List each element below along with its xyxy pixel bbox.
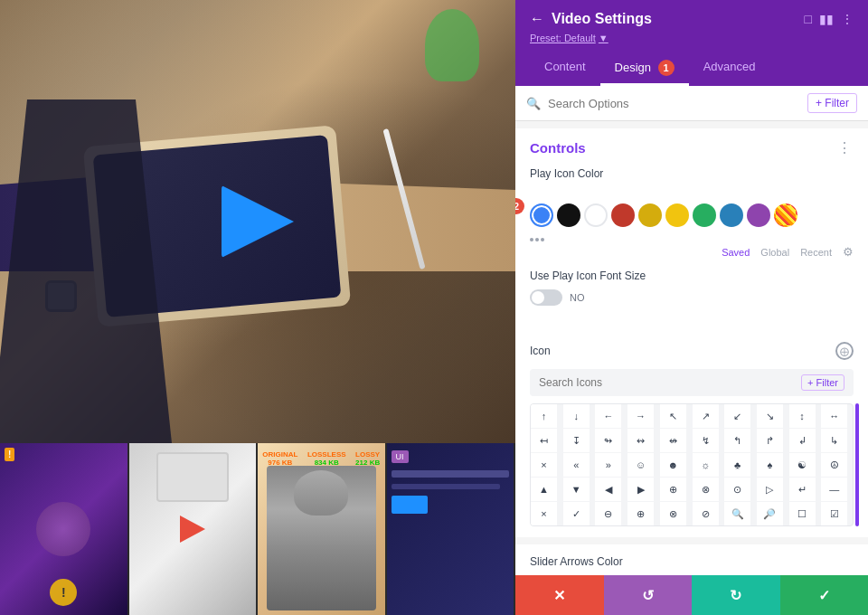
icon-u9[interactable]: ☐ (789, 502, 816, 525)
icon-u5[interactable]: ⊗ (660, 502, 687, 525)
icon-t6[interactable]: ⊗ (693, 478, 720, 501)
icon-u10[interactable]: ☑ (821, 502, 848, 525)
icon-r7[interactable]: ↰ (724, 429, 751, 452)
icon-t2[interactable]: ▼ (563, 478, 590, 501)
badge-2: 2 (515, 198, 524, 214)
thumbnail-2[interactable] (129, 443, 259, 615)
color-blue[interactable] (530, 203, 553, 227)
recent-label[interactable]: Recent (800, 247, 832, 258)
icon-r6[interactable]: ↯ (693, 429, 720, 452)
icon-t4[interactable]: ▶ (627, 478, 655, 501)
tab-content[interactable]: Content (530, 52, 600, 86)
icon-s6[interactable]: ☼ (693, 453, 720, 477)
color-white[interactable] (584, 203, 608, 227)
tab-design[interactable]: Design 1 (600, 52, 689, 86)
color-red[interactable] (611, 203, 635, 227)
icon-t8[interactable]: ▷ (757, 478, 784, 501)
icon-r9[interactable]: ↲ (789, 429, 816, 452)
icon-search-input[interactable] (539, 376, 794, 389)
panel-body[interactable]: 🔍 + Filter Controls ⋮ Play Icon Color 2 (515, 86, 868, 575)
icon-s9[interactable]: ☯ (789, 453, 816, 477)
icon-s7[interactable]: ♣ (724, 453, 751, 477)
reset-button[interactable]: ↺ (604, 575, 693, 615)
icon-s1[interactable]: × (531, 453, 558, 477)
icon-u2[interactable]: ✓ (563, 502, 590, 525)
preview-icon[interactable]: □ (805, 12, 812, 26)
icon-s5[interactable]: ☻ (660, 453, 687, 477)
icon-t3[interactable]: ◀ (595, 478, 622, 501)
tab-advanced[interactable]: Advanced (689, 52, 770, 86)
confirm-button[interactable]: ✓ (780, 575, 869, 615)
icon-u4[interactable]: ⊕ (627, 502, 655, 525)
icon-grid-scrollbar[interactable] (855, 403, 859, 526)
icon-r10[interactable]: ↳ (821, 429, 848, 452)
layout-icon[interactable]: ▮▮ (819, 12, 834, 26)
color-purple[interactable] (747, 203, 770, 227)
color-black[interactable] (557, 203, 580, 227)
cancel-button[interactable]: ✕ (515, 575, 604, 615)
icon-se[interactable]: ↘ (757, 404, 784, 428)
icon-down[interactable]: ↓ (563, 404, 590, 428)
icon-u1[interactable]: × (531, 502, 558, 525)
icon-ne[interactable]: ↗ (693, 404, 720, 428)
icon-target[interactable]: ⨁ (835, 342, 854, 360)
color-green[interactable] (693, 203, 716, 227)
preset-label: Preset: Default (530, 33, 596, 43)
color-gradient[interactable] (774, 203, 797, 227)
icon-t10[interactable]: — (821, 478, 848, 501)
icon-r3[interactable]: ↬ (595, 429, 622, 452)
search-input[interactable] (548, 97, 800, 110)
back-arrow-icon[interactable]: ← (530, 11, 544, 27)
icon-up[interactable]: ↑ (531, 404, 558, 428)
settings-icon[interactable]: ⚙ (843, 245, 854, 259)
play-icon-color-label: Play Icon Color (530, 167, 854, 180)
section-menu-icon[interactable]: ⋮ (837, 139, 854, 156)
icon-t1[interactable]: ▲ (531, 478, 558, 501)
main-video[interactable] (0, 0, 515, 443)
icon-left[interactable]: ← (595, 404, 622, 428)
thumbnail-4[interactable]: UI (387, 443, 516, 615)
thumbnail-3[interactable]: ORIGINAL 976 KB LOSSLESS 834 KB LOSSY 21… (258, 443, 387, 615)
icon-t5[interactable]: ⊕ (660, 478, 687, 501)
icon-filter-button[interactable]: + Filter (801, 374, 844, 391)
filter-button[interactable]: + Filter (807, 93, 857, 113)
global-label[interactable]: Global (760, 247, 789, 258)
thumbnail-strip: ! ! ORIGINAL 976 KB (0, 443, 515, 615)
icon-r8[interactable]: ↱ (757, 429, 784, 452)
icon-right[interactable]: → (627, 404, 655, 428)
icon-leftright[interactable]: ↔ (821, 404, 848, 428)
thumbnail-1[interactable]: ! ! (0, 443, 129, 615)
icon-s4[interactable]: ☺ (627, 453, 655, 477)
icon-s2[interactable]: « (563, 453, 590, 477)
panel-tabs: Content Design 1 Advanced (530, 52, 854, 86)
redo-button[interactable]: ↻ (692, 575, 780, 615)
icon-u3[interactable]: ⊖ (595, 502, 622, 525)
font-size-toggle[interactable] (530, 289, 562, 306)
icon-updown[interactable]: ↕ (789, 404, 816, 428)
icon-s8[interactable]: ♠ (757, 453, 784, 477)
icon-sw[interactable]: ↙ (724, 404, 751, 428)
icon-r4[interactable]: ↭ (627, 429, 655, 452)
icon-r1[interactable]: ↤ (531, 429, 558, 452)
icon-r5[interactable]: ↮ (660, 429, 687, 452)
preset-row[interactable]: Preset: Default ▼ (530, 33, 854, 43)
icon-u8[interactable]: 🔎 (757, 502, 784, 525)
icon-nw[interactable]: ↖ (660, 404, 687, 428)
more-icon[interactable]: ⋮ (841, 12, 854, 26)
color-blue2[interactable] (720, 203, 743, 227)
color-yellow[interactable] (665, 203, 689, 227)
icon-s3[interactable]: » (595, 453, 622, 477)
icon-t9[interactable]: ↵ (789, 478, 816, 501)
design-badge: 1 (658, 60, 675, 76)
icon-t7[interactable]: ⊙ (724, 478, 751, 501)
dots-row (530, 234, 854, 245)
color-dark-yellow[interactable] (638, 203, 662, 227)
icon-u6[interactable]: ⊘ (693, 502, 720, 525)
saved-label[interactable]: Saved (722, 247, 750, 258)
play-button[interactable] (222, 185, 294, 258)
search-icon: 🔍 (526, 97, 541, 110)
icon-s10[interactable]: ☮ (821, 453, 848, 477)
slider-arrows-section: Slider Arrows Color (515, 544, 868, 575)
icon-u7[interactable]: 🔍 (724, 502, 751, 525)
icon-r2[interactable]: ↧ (563, 429, 590, 452)
